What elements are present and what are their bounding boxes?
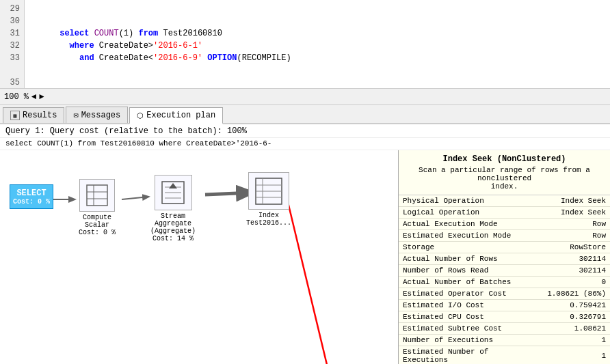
svg-rect-2 (87, 185, 107, 206)
info-panel-header: Index Seek (NonClustered) Scan a particu… (399, 150, 610, 195)
index-seek-box (248, 172, 289, 210)
plan-node-index-seek[interactable]: IndexTest2016... (246, 172, 291, 227)
info-row-value: 1 (525, 335, 610, 346)
stream-aggregate-icon (159, 179, 187, 206)
select-node-cost: Cost: 0 % (13, 198, 50, 206)
info-row-label: Estimated Number of Executions (399, 346, 525, 365)
tab-execution-plan[interactable]: ⬡ Execution plan (129, 107, 223, 124)
info-row-label: Actual Execution Mode (399, 219, 525, 230)
info-row-label: Actual Number of Rows (399, 253, 525, 265)
plan-node-stream-aggregate[interactable]: Stream Aggregate(Aggregate) Cost: 14 % (146, 175, 200, 242)
tbl-name: Test20160810 (158, 29, 222, 38)
plan-node-select[interactable]: SELECT Cost: 0 % (10, 184, 53, 209)
code-content[interactable]: select COUNT(1) from Test20160810 where … (25, 0, 610, 88)
tab-results[interactable]: ▦ Results (3, 107, 64, 123)
kw-from: from (138, 29, 158, 38)
msg-icon: ✉ (73, 110, 78, 120)
info-row-value: 302114 (525, 253, 610, 265)
info-panel-subtitle: Scan a particular range of rows from a n… (406, 166, 603, 191)
red-highlight-arrow (287, 199, 344, 364)
grid-icon: ▦ (10, 111, 20, 120)
select-node-label: SELECT (16, 188, 46, 198)
info-row-value: RowStore (525, 242, 610, 253)
kw-option: OPTION (207, 53, 237, 63)
zoom-label: 100 % (4, 92, 29, 102)
plan-canvas[interactable]: SELECT Cost: 0 % Compute Scalar Cost: 0 … (0, 150, 398, 364)
info-row-label: Storage (399, 242, 525, 253)
query-text-bar: select COUNT(1) from Test20160810 where … (0, 138, 610, 150)
info-table-row: Physical OperationIndex Seek (399, 195, 610, 207)
info-row-value: 302114 (525, 265, 610, 277)
str-date1: '2016-6-1' (153, 41, 202, 51)
plan-icon: ⬡ (137, 111, 144, 120)
tab-messages-label: Messages (81, 111, 121, 120)
tab-execution-plan-label: Execution plan (146, 111, 215, 120)
code-editor: 29 30 31 32 33 35 select COUNT(1) from T… (0, 0, 610, 89)
info-row-value: Index Seek (525, 207, 610, 219)
info-row-value: 0.759421 (525, 300, 610, 311)
index-seek-icon (254, 176, 284, 206)
info-row-label: Physical Operation (399, 195, 525, 207)
zoom-bar: 100 % ◄ ► (0, 89, 610, 105)
recompile-arg: (RECOMPILE) (237, 53, 291, 63)
info-table-row: Estimated Operator Cost1.08621 (86%) (399, 288, 610, 300)
stream-aggregate-cost: Cost: 14 % (152, 235, 194, 242)
info-table-row: StorageRowStore (399, 242, 610, 253)
plan-node-compute-scalar[interactable]: Compute Scalar Cost: 0 % (70, 179, 124, 236)
info-row-value: 0.326791 (525, 311, 610, 323)
stream-aggregate-box (155, 175, 192, 210)
zoom-decrement-icon[interactable]: ◄ (31, 92, 36, 102)
query-info-bar: Query 1: Query cost (relative to the bat… (0, 124, 610, 138)
kw-select: select (59, 29, 94, 38)
kw-and: and (79, 53, 94, 63)
tab-results-label: Results (23, 111, 57, 120)
info-table-row: Estimated CPU Cost0.326791 (399, 311, 610, 323)
info-row-label: Number of Executions (399, 335, 525, 346)
info-table-row: Estimated Number of Executions1 (399, 346, 610, 365)
and-col2: CreateDate< (94, 53, 153, 63)
svg-marker-10 (169, 183, 177, 188)
info-table-row: Estimated Subtree Cost1.08621 (399, 323, 610, 335)
tab-messages[interactable]: ✉ Messages (66, 107, 128, 123)
info-row-value: Index Seek (525, 195, 610, 207)
compute-scalar-box (79, 179, 115, 212)
info-row-value: 1.08621 (86%) (525, 288, 610, 300)
info-table-row: Estimated Execution ModeRow (399, 230, 610, 242)
query-info-text: Query 1: Query cost (relative to the bat… (5, 126, 247, 136)
info-table-row: Number of Executions1 (399, 335, 610, 346)
info-row-label: Estimated Operator Cost (399, 288, 525, 300)
fn-count: COUNT (94, 29, 119, 38)
info-table: Physical OperationIndex SeekLogical Oper… (399, 195, 610, 364)
index-seek-label: IndexTest2016... (246, 212, 291, 227)
info-row-label: Estimated CPU Cost (399, 311, 525, 323)
stream-aggregate-label: Stream Aggregate(Aggregate) (146, 212, 200, 235)
op-count-arg: (1) (119, 29, 139, 38)
where-col1: CreateDate> (94, 41, 153, 51)
info-row-value: Row (525, 219, 610, 230)
info-row-value: 0 (525, 277, 610, 288)
info-table-row: Actual Number of Rows302114 (399, 253, 610, 265)
select-node-box: SELECT Cost: 0 % (10, 184, 53, 209)
kw-where: where (70, 41, 94, 51)
info-row-label: Actual Number of Batches (399, 277, 525, 288)
info-row-value: 1.08621 (525, 323, 610, 335)
zoom-increment-icon[interactable]: ► (39, 92, 44, 102)
compute-scalar-label: Compute Scalar (70, 214, 124, 229)
info-row-label: Estimated Execution Mode (399, 230, 525, 242)
info-row-label: Logical Operation (399, 207, 525, 219)
info-row-value: 1 (525, 346, 610, 365)
info-row-label: Estimated Subtree Cost (399, 323, 525, 335)
line-numbers: 29 30 31 32 33 35 (0, 0, 25, 88)
tab-bar: ▦ Results ✉ Messages ⬡ Execution plan (0, 105, 610, 124)
info-row-label: Estimated I/O Cost (399, 300, 525, 311)
info-panel: Index Seek (NonClustered) Scan a particu… (398, 150, 610, 364)
info-table-row: Actual Execution ModeRow (399, 219, 610, 230)
str-date2: '2016-6-9' (153, 53, 202, 63)
info-table-row: Actual Number of Batches0 (399, 277, 610, 288)
info-row-value: Row (525, 230, 610, 242)
info-row-label: Number of Rows Read (399, 265, 525, 277)
info-panel-title: Index Seek (NonClustered) (406, 154, 603, 164)
compute-scalar-cost: Cost: 0 % (79, 229, 116, 236)
info-table-row: Logical OperationIndex Seek (399, 207, 610, 219)
connector-compute-stream (122, 197, 149, 199)
